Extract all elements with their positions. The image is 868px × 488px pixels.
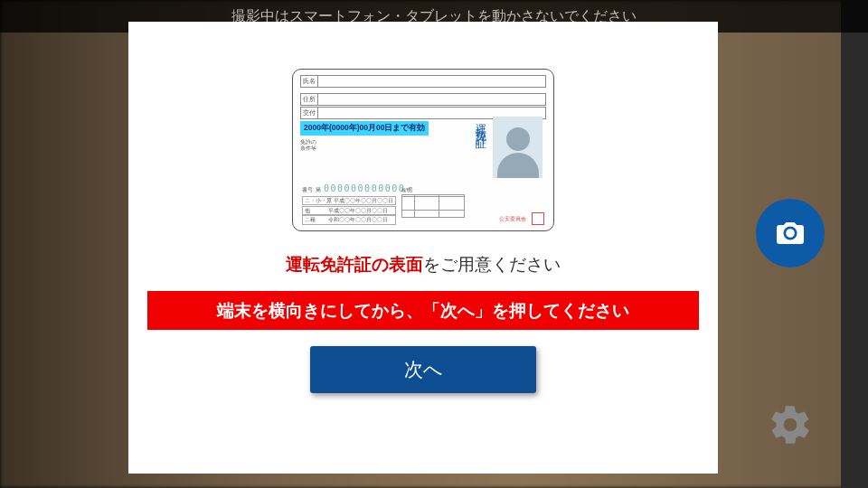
card-expiry-text: 2000年(0000年)00月00日まで有効 [300,121,429,136]
card-category-grid [401,194,465,218]
card-number-row: 番号 第 000000000000 号 [302,183,413,194]
card-grid-label: 種類 [401,187,410,192]
orientation-warning-banner: 端末を横向きにしてから、「次へ」を押してください [147,291,699,330]
card-field-name: 氏名 [301,76,318,87]
card-field-issued: 交付 [301,108,318,118]
warning-text: 端末を横向きにしてから、「次へ」を押してください [217,301,629,320]
camera-controls [745,0,835,488]
gear-icon [768,402,813,447]
card-stamp-box [532,212,544,225]
instruction-emphasis: 運転免許証の表面 [286,255,423,274]
card-committee-text: 公安委員会 [499,215,526,223]
card-field-address: 住所 [301,94,318,105]
card-photo-placeholder [493,117,542,178]
settings-button[interactable] [763,398,817,452]
instruction-text: 運転免許証の表面をご用意ください [286,253,561,277]
card-title-vertical: 運転免許証 [476,115,488,133]
shutter-button[interactable] [756,199,825,267]
instruction-rest: をご用意ください [423,255,561,274]
camera-icon [774,217,807,249]
instruction-modal: 氏名 住所 交付 2000年(0000年)00月00日まで有効 免許の 条件等 … [128,22,718,474]
next-button[interactable]: 次へ [310,346,536,393]
license-card-illustration: 氏名 住所 交付 2000年(0000年)00月00日まで有効 免許の 条件等 … [292,69,554,231]
card-date-rows: 二・小・原 平成〇〇年〇〇月〇〇日 他 平成〇〇年〇〇月〇〇日 二種 令和〇〇年… [302,196,396,225]
right-edge-strip [841,0,868,488]
